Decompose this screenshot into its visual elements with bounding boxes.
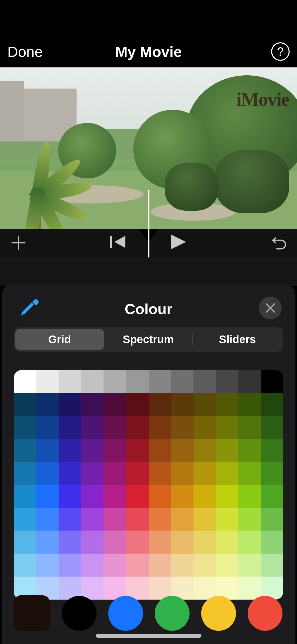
colour-grid-cell[interactable]	[238, 508, 261, 531]
tab-spectrum[interactable]: Spectrum	[104, 329, 193, 350]
timeline-area[interactable]	[0, 257, 297, 286]
colour-grid-cell[interactable]	[261, 416, 283, 439]
help-button[interactable]: ?	[271, 42, 290, 61]
colour-grid-cell[interactable]	[171, 439, 194, 462]
colour-grid-cell[interactable]	[126, 462, 148, 485]
colour-grid-cell[interactable]	[171, 508, 194, 531]
colour-grid-cell[interactable]	[103, 416, 126, 439]
colour-grid-cell[interactable]	[59, 393, 81, 416]
colour-grid-cell[interactable]	[238, 393, 261, 416]
undo-button[interactable]	[270, 235, 286, 253]
colour-grid-cell[interactable]	[36, 439, 59, 462]
colour-grid-cell[interactable]	[171, 416, 194, 439]
recent-colour-swatch[interactable]	[201, 596, 236, 631]
colour-grid-cell[interactable]	[194, 370, 216, 393]
colour-grid-cell[interactable]	[81, 370, 103, 393]
colour-grid-cell[interactable]	[59, 554, 81, 577]
colour-grid-cell[interactable]	[36, 531, 59, 554]
colour-grid[interactable]	[14, 370, 283, 600]
colour-grid-cell[interactable]	[216, 462, 238, 485]
colour-grid-cell[interactable]	[171, 485, 194, 508]
colour-grid-cell[interactable]	[261, 531, 283, 554]
colour-grid-cell[interactable]	[36, 554, 59, 577]
colour-grid-cell[interactable]	[261, 554, 283, 577]
colour-grid-cell[interactable]	[126, 370, 148, 393]
colour-grid-cell[interactable]	[216, 554, 238, 577]
colour-grid-cell[interactable]	[36, 416, 59, 439]
recent-colour-swatch[interactable]	[248, 596, 282, 631]
colour-grid-cell[interactable]	[59, 531, 81, 554]
colour-grid-cell[interactable]	[238, 439, 261, 462]
colour-grid-cell[interactable]	[149, 370, 171, 393]
colour-grid-cell[interactable]	[194, 485, 216, 508]
colour-grid-cell[interactable]	[261, 370, 283, 393]
colour-grid-cell[interactable]	[59, 370, 81, 393]
colour-grid-cell[interactable]	[194, 531, 216, 554]
colour-grid-cell[interactable]	[149, 416, 171, 439]
colour-grid-cell[interactable]	[171, 554, 194, 577]
colour-grid-cell[interactable]	[103, 393, 126, 416]
colour-grid-cell[interactable]	[261, 508, 283, 531]
colour-grid-cell[interactable]	[171, 531, 194, 554]
colour-grid-cell[interactable]	[149, 531, 171, 554]
colour-grid-cell[interactable]	[126, 485, 148, 508]
colour-grid-cell[interactable]	[194, 508, 216, 531]
done-button[interactable]: Done	[7, 43, 43, 60]
colour-grid-cell[interactable]	[171, 462, 194, 485]
colour-grid-cell[interactable]	[59, 416, 81, 439]
colour-grid-cell[interactable]	[216, 370, 238, 393]
colour-grid-cell[interactable]	[81, 554, 103, 577]
colour-grid-cell[interactable]	[81, 439, 103, 462]
colour-grid-cell[interactable]	[238, 462, 261, 485]
colour-grid-cell[interactable]	[126, 439, 148, 462]
colour-grid-cell[interactable]	[81, 485, 103, 508]
colour-grid-cell[interactable]	[149, 439, 171, 462]
eyedropper-button[interactable]	[19, 298, 40, 320]
colour-grid-cell[interactable]	[59, 485, 81, 508]
colour-grid-cell[interactable]	[126, 554, 148, 577]
colour-grid-cell[interactable]	[14, 554, 36, 577]
current-colour-swatch[interactable]	[14, 595, 50, 631]
colour-grid-cell[interactable]	[36, 485, 59, 508]
colour-grid-cell[interactable]	[149, 485, 171, 508]
colour-grid-cell[interactable]	[149, 508, 171, 531]
colour-grid-cell[interactable]	[149, 393, 171, 416]
colour-grid-cell[interactable]	[103, 531, 126, 554]
colour-grid-cell[interactable]	[59, 462, 81, 485]
recent-colour-swatch[interactable]	[62, 596, 97, 631]
colour-grid-cell[interactable]	[14, 416, 36, 439]
home-indicator[interactable]	[96, 634, 201, 638]
colour-grid-cell[interactable]	[216, 485, 238, 508]
colour-grid-cell[interactable]	[14, 485, 36, 508]
colour-grid-cell[interactable]	[261, 393, 283, 416]
close-button[interactable]	[259, 297, 282, 319]
colour-grid-cell[interactable]	[103, 508, 126, 531]
colour-grid-cell[interactable]	[238, 485, 261, 508]
colour-grid-cell[interactable]	[14, 439, 36, 462]
colour-grid-cell[interactable]	[261, 439, 283, 462]
recent-colour-swatch[interactable]	[108, 596, 143, 631]
colour-grid-cell[interactable]	[149, 554, 171, 577]
colour-grid-cell[interactable]	[149, 462, 171, 485]
recent-colour-swatch[interactable]	[155, 596, 190, 631]
colour-grid-cell[interactable]	[238, 554, 261, 577]
tab-sliders[interactable]: Sliders	[193, 329, 282, 350]
colour-mode-segmented[interactable]: Grid Spectrum Sliders	[14, 327, 283, 352]
colour-grid-cell[interactable]	[194, 416, 216, 439]
colour-grid-cell[interactable]	[81, 393, 103, 416]
colour-grid-cell[interactable]	[216, 393, 238, 416]
colour-grid-cell[interactable]	[126, 416, 148, 439]
colour-grid-cell[interactable]	[261, 485, 283, 508]
colour-grid-cell[interactable]	[238, 416, 261, 439]
playhead[interactable]	[148, 190, 149, 257]
colour-grid-cell[interactable]	[14, 393, 36, 416]
colour-grid-cell[interactable]	[171, 370, 194, 393]
colour-grid-cell[interactable]	[14, 508, 36, 531]
colour-grid-cell[interactable]	[36, 393, 59, 416]
colour-grid-cell[interactable]	[103, 370, 126, 393]
colour-grid-cell[interactable]	[194, 462, 216, 485]
colour-grid-cell[interactable]	[81, 508, 103, 531]
colour-grid-cell[interactable]	[103, 439, 126, 462]
colour-grid-cell[interactable]	[36, 462, 59, 485]
colour-grid-cell[interactable]	[216, 531, 238, 554]
